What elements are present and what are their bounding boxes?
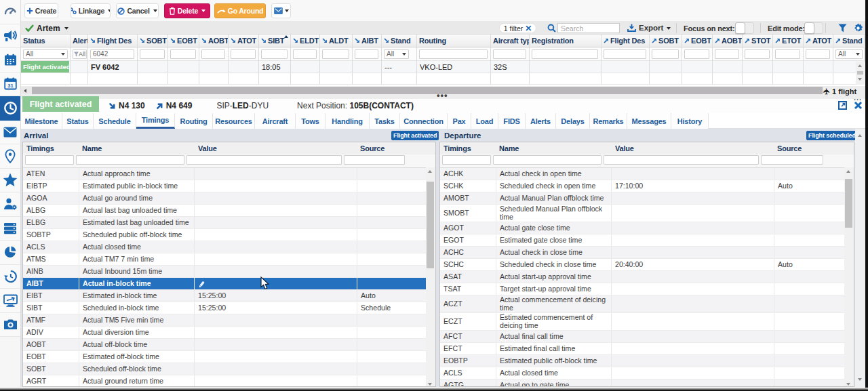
- svg-text:31: 31: [7, 83, 13, 89]
